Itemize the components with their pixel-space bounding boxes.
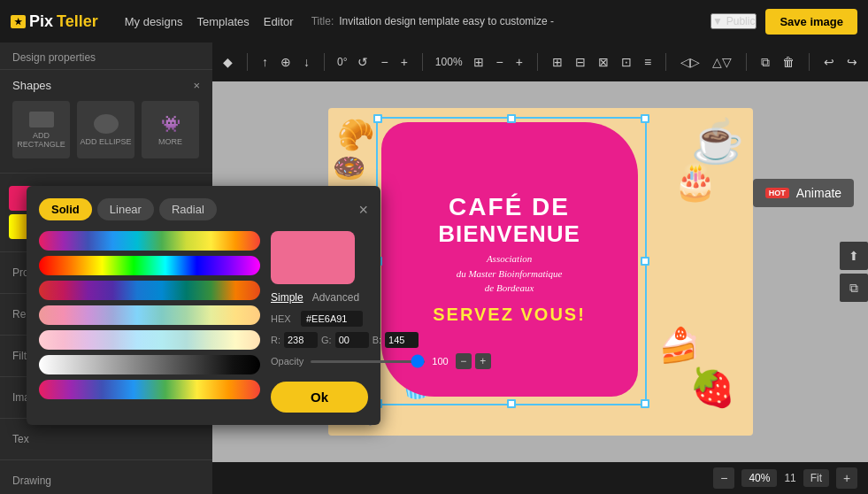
tab-radial[interactable]: Radial: [159, 198, 217, 220]
tab-solid[interactable]: Solid: [39, 198, 92, 220]
redo-icon[interactable]: ↪: [845, 53, 859, 71]
cafe-title-1: CAFÉ DE: [449, 194, 570, 221]
panel-drawing-label[interactable]: Drawing: [12, 471, 200, 490]
toolbar: ◆ ↑ ⊕ ↓ 0° ↺ − + 100% ⊞ − + ⊞ ⊟ ⊠ ⊡ ≡ ◁▷…: [212, 42, 868, 81]
align-right-icon[interactable]: ⊠: [596, 53, 611, 71]
cp-swatches: [39, 231, 260, 413]
cp-ok-button[interactable]: Ok: [271, 382, 368, 413]
opacity-plus-btn[interactable]: +: [475, 353, 491, 369]
deco-cake-2: 🍰: [658, 326, 700, 365]
triangle-down-icon: ▼: [712, 15, 723, 27]
logo[interactable]: ★ PixTeller: [11, 12, 98, 31]
move-up-icon[interactable]: ↑: [260, 53, 270, 71]
minus-icon[interactable]: −: [379, 53, 389, 71]
topbar-title: Title: Invitation design template easy t…: [311, 15, 693, 27]
canvas-background[interactable]: ☕ 🎂 🍓 🍰 🥄 🥐 🍩 🧁 CAFÉ DE BIENVENUE Associ…: [328, 108, 753, 436]
animate-label: Animate: [796, 186, 841, 200]
add-ellipse-button[interactable]: ADD ELLIPSE: [77, 101, 134, 158]
title-text[interactable]: Invitation design template easy to custo…: [339, 15, 554, 27]
panel-text-label[interactable]: Tex: [12, 429, 200, 449]
add-rectangle-label: ADD RECTANGLE: [12, 131, 70, 149]
share-button[interactable]: ⬆: [840, 242, 868, 270]
b-input[interactable]: [385, 332, 419, 348]
swatch-row-1[interactable]: [39, 231, 260, 251]
swatch-row-4[interactable]: [39, 305, 260, 325]
zoom-plus-icon[interactable]: +: [514, 53, 525, 71]
divider-7: [0, 459, 212, 460]
swatch-row-3[interactable]: [39, 281, 260, 300]
panel-text: Tex: [0, 424, 212, 454]
hot-badge: HOT: [765, 188, 789, 198]
align-mid-icon[interactable]: ≡: [642, 53, 653, 71]
page-number: 11: [784, 472, 795, 484]
r-input[interactable]: [284, 332, 318, 348]
delete-icon[interactable]: 🗑: [780, 53, 796, 71]
cp-header: Solid Linear Radial ×: [39, 198, 368, 220]
sel-handle-bc[interactable]: [507, 399, 516, 408]
zoom-minus-icon[interactable]: −: [495, 53, 505, 71]
zoom-in-button[interactable]: +: [836, 467, 857, 489]
align-left-icon[interactable]: ⊞: [550, 53, 565, 71]
g-label: G:: [321, 335, 332, 345]
animate-button[interactable]: HOT Animate: [753, 179, 854, 207]
tab-linear[interactable]: Linear: [97, 198, 154, 220]
align-center-icon[interactable]: ⊟: [573, 53, 588, 71]
shapes-section: Shapes × ADD RECTANGLE ADD ELLIPSE 👾 MOR…: [0, 70, 212, 167]
zoom-out-button[interactable]: −: [713, 467, 734, 489]
toolbar-sep-7: [809, 53, 810, 71]
plus-icon[interactable]: +: [399, 53, 410, 71]
g-input[interactable]: [335, 332, 369, 348]
flip-v-icon[interactable]: △▽: [711, 53, 734, 71]
diamond-icon[interactable]: ◆: [221, 53, 234, 71]
cp-body: Simple Advanced HEX R: G: B: Opacity: [39, 231, 368, 413]
cp-mode-toggle: Simple Advanced: [271, 291, 368, 304]
add-rectangle-button[interactable]: ADD RECTANGLE: [12, 101, 70, 158]
hex-input[interactable]: [301, 311, 363, 327]
sel-handle-tl[interactable]: [373, 114, 382, 123]
visibility-button[interactable]: ▼ Public: [711, 13, 757, 29]
opacity-minus-btn[interactable]: −: [456, 353, 472, 369]
cp-opacity-row: Opacity 100 − +: [271, 353, 368, 369]
cp-close-button[interactable]: ×: [358, 202, 368, 218]
sel-handle-mr[interactable]: [641, 257, 649, 266]
swatch-row-7[interactable]: [39, 380, 260, 399]
swatch-row-5[interactable]: [39, 330, 260, 350]
fit-button[interactable]: Fit: [803, 469, 829, 487]
copy-design-button[interactable]: ⧉: [840, 274, 868, 302]
flip-h-icon[interactable]: ◁▷: [679, 53, 702, 71]
swatch-row-6[interactable]: [39, 355, 260, 374]
logo-teller: Teller: [57, 12, 98, 31]
shapes-close-icon[interactable]: ×: [193, 79, 200, 92]
nav-my-designs[interactable]: My designs: [125, 15, 183, 28]
save-button[interactable]: Save image: [765, 9, 857, 35]
swatch-row-2[interactable]: [39, 256, 260, 275]
r-label: R:: [271, 335, 280, 345]
nav-editor[interactable]: Editor: [264, 15, 294, 28]
divider-1: [0, 173, 212, 174]
cp-hex-row: HEX: [271, 311, 368, 327]
deco-strawberry: 🍓: [689, 366, 735, 409]
rotate-icon[interactable]: ↺: [356, 53, 370, 71]
deco-croissant: 🥐: [337, 117, 374, 152]
move-down-icon[interactable]: ↓: [302, 53, 311, 71]
undo-icon[interactable]: ↩: [822, 53, 836, 71]
cp-simple-label[interactable]: Simple: [271, 291, 303, 304]
toolbar-sep-6: [746, 53, 747, 71]
grid-icon[interactable]: ⊞: [472, 53, 486, 71]
move-icon[interactable]: ⊕: [279, 53, 293, 71]
color-picker-popup: Solid Linear Radial × Simple Advanced: [27, 186, 380, 425]
add-ellipse-label: ADD ELLIPSE: [80, 137, 131, 146]
sel-handle-br[interactable]: [641, 399, 649, 408]
opacity-slider[interactable]: [311, 360, 425, 363]
toolbar-sep-4: [537, 53, 538, 71]
more-shapes-button[interactable]: 👾 MORE: [142, 101, 199, 158]
more-label: MORE: [158, 137, 182, 146]
panel-drawing: Drawing: [0, 466, 212, 494]
cp-right: Simple Advanced HEX R: G: B: Opacity: [271, 231, 368, 413]
nav-templates[interactable]: Templates: [196, 15, 249, 28]
cp-advanced-label[interactable]: Advanced: [312, 291, 359, 304]
copy-icon[interactable]: ⧉: [759, 53, 772, 72]
align-top-icon[interactable]: ⊡: [619, 53, 634, 71]
animate-button-wrap: HOT Animate: [753, 179, 854, 207]
sel-handle-tr[interactable]: [641, 114, 649, 123]
